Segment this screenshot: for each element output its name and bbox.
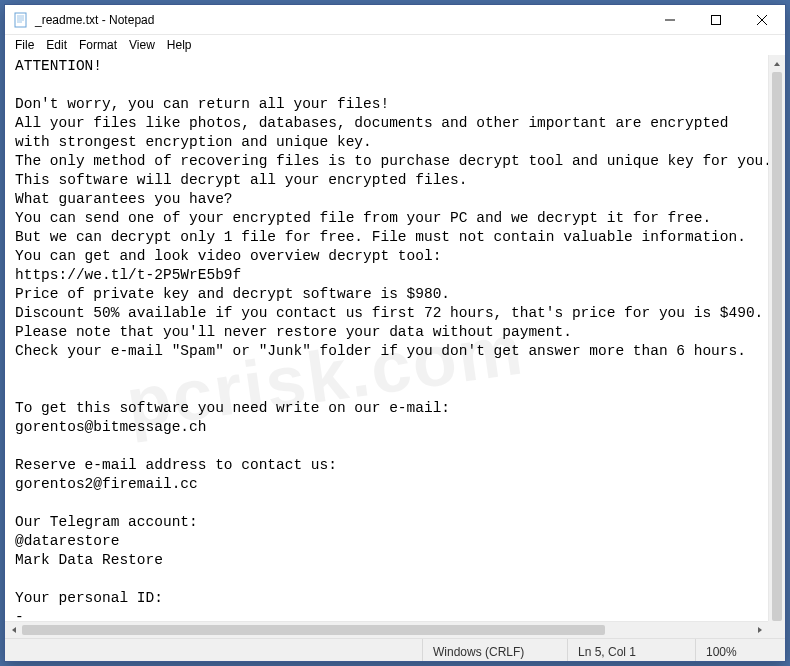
- status-encoding: Windows (CRLF): [422, 639, 567, 661]
- horizontal-scroll-thumb[interactable]: [22, 625, 605, 635]
- content-area: pcrisk.com ATTENTION! Don't worry, you c…: [5, 55, 785, 638]
- scroll-left-icon[interactable]: [5, 622, 22, 638]
- horizontal-scrollbar[interactable]: [5, 621, 768, 638]
- notepad-window: _readme.txt - Notepad File Edit Format V…: [4, 4, 786, 662]
- maximize-button[interactable]: [693, 5, 739, 35]
- status-position: Ln 5, Col 1: [567, 639, 695, 661]
- scroll-right-icon[interactable]: [751, 622, 768, 638]
- window-title: _readme.txt - Notepad: [35, 13, 154, 27]
- scroll-up-icon[interactable]: [769, 55, 785, 72]
- minimize-button[interactable]: [647, 5, 693, 35]
- menu-view[interactable]: View: [123, 36, 161, 54]
- menu-format[interactable]: Format: [73, 36, 123, 54]
- titlebar[interactable]: _readme.txt - Notepad: [5, 5, 785, 35]
- scrollbar-corner: [768, 621, 785, 638]
- menu-help[interactable]: Help: [161, 36, 198, 54]
- status-zoom: 100%: [695, 639, 785, 661]
- vertical-scrollbar[interactable]: [768, 55, 785, 638]
- svg-rect-6: [712, 15, 721, 24]
- notepad-app-icon: [13, 12, 29, 28]
- menu-file[interactable]: File: [9, 36, 40, 54]
- menubar: File Edit Format View Help: [5, 35, 785, 55]
- vertical-scroll-thumb[interactable]: [772, 72, 782, 621]
- text-editor[interactable]: ATTENTION! Don't worry, you can return a…: [5, 55, 785, 638]
- menu-edit[interactable]: Edit: [40, 36, 73, 54]
- close-button[interactable]: [739, 5, 785, 35]
- statusbar: Windows (CRLF) Ln 5, Col 1 100%: [5, 638, 785, 661]
